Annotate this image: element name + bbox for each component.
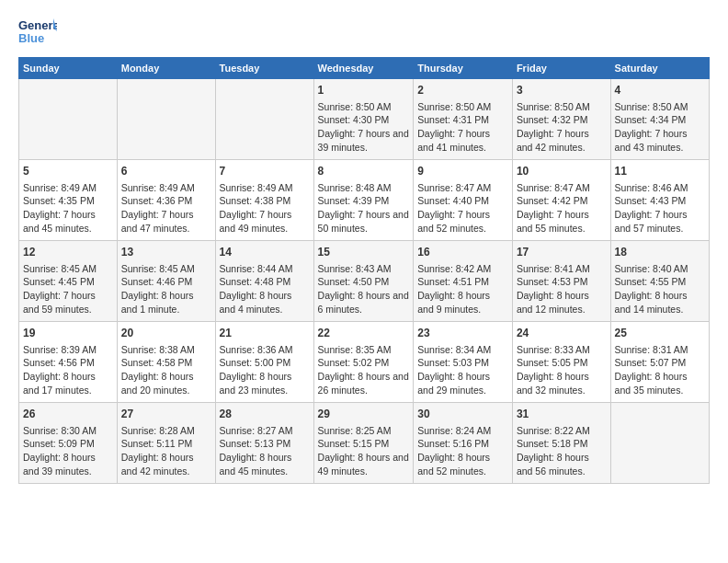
calendar-cell: 10Sunrise: 8:47 AMSunset: 4:42 PMDayligh…	[512, 160, 610, 241]
day-info: Sunset: 4:45 PM	[23, 275, 113, 289]
day-info: Sunrise: 8:49 AM	[121, 181, 211, 195]
day-info: Daylight: 7 hours and 45 minutes.	[23, 208, 113, 235]
calendar-cell: 4Sunrise: 8:50 AMSunset: 4:34 PMDaylight…	[610, 79, 709, 160]
day-info: Sunrise: 8:46 AM	[615, 181, 705, 195]
col-header-wednesday: Wednesday	[313, 58, 414, 79]
day-number: 21	[220, 326, 310, 341]
col-header-tuesday: Tuesday	[215, 58, 313, 79]
calendar-cell: 1Sunrise: 8:50 AMSunset: 4:30 PMDaylight…	[313, 79, 414, 160]
col-header-saturday: Saturday	[610, 58, 709, 79]
day-info: Sunset: 4:42 PM	[517, 194, 607, 208]
day-info: Sunrise: 8:49 AM	[23, 181, 113, 195]
day-info: Daylight: 8 hours and 56 minutes.	[517, 451, 607, 477]
calendar-cell: 23Sunrise: 8:34 AMSunset: 5:03 PMDayligh…	[414, 322, 513, 403]
calendar-cell	[610, 403, 709, 484]
day-info: Daylight: 8 hours and 29 minutes.	[417, 370, 508, 396]
day-info: Daylight: 8 hours and 39 minutes.	[23, 451, 113, 477]
calendar-cell: 28Sunrise: 8:27 AMSunset: 5:13 PMDayligh…	[215, 403, 313, 484]
day-info: Sunrise: 8:41 AM	[517, 262, 607, 276]
day-info: Sunset: 5:02 PM	[318, 356, 410, 370]
day-info: Daylight: 7 hours and 39 minutes.	[318, 127, 410, 154]
day-number: 8	[318, 164, 410, 179]
day-info: Sunrise: 8:31 AM	[615, 343, 705, 357]
day-number: 5	[23, 164, 113, 179]
day-info: Daylight: 8 hours and 4 minutes.	[220, 289, 310, 316]
day-info: Daylight: 8 hours and 32 minutes.	[517, 370, 607, 396]
calendar-cell: 31Sunrise: 8:22 AMSunset: 5:18 PMDayligh…	[512, 403, 610, 484]
day-info: Sunrise: 8:50 AM	[318, 100, 410, 114]
day-number: 14	[220, 245, 310, 260]
day-info: Sunset: 5:03 PM	[417, 356, 508, 370]
calendar-cell: 18Sunrise: 8:40 AMSunset: 4:55 PMDayligh…	[610, 241, 709, 322]
day-info: Sunrise: 8:47 AM	[517, 181, 607, 195]
day-info: Sunset: 4:48 PM	[220, 275, 310, 289]
calendar-cell: 9Sunrise: 8:47 AMSunset: 4:40 PMDaylight…	[414, 160, 513, 241]
day-info: Sunset: 4:46 PM	[121, 275, 211, 289]
day-info: Sunrise: 8:49 AM	[220, 181, 310, 195]
day-info: Sunset: 4:58 PM	[121, 356, 211, 370]
day-info: Sunset: 4:56 PM	[23, 356, 113, 370]
day-info: Sunrise: 8:45 AM	[121, 262, 211, 276]
day-info: Sunset: 4:30 PM	[318, 113, 410, 127]
day-info: Daylight: 8 hours and 52 minutes.	[417, 451, 508, 477]
day-number: 29	[318, 407, 410, 422]
day-info: Daylight: 8 hours and 9 minutes.	[417, 289, 508, 316]
day-info: Daylight: 7 hours and 47 minutes.	[121, 208, 211, 235]
day-info: Daylight: 8 hours and 20 minutes.	[121, 370, 211, 396]
day-number: 13	[121, 245, 211, 260]
day-info: Sunset: 4:36 PM	[121, 194, 211, 208]
day-number: 20	[121, 326, 211, 341]
day-info: Sunset: 4:34 PM	[615, 113, 705, 127]
col-header-monday: Monday	[117, 58, 215, 79]
day-info: Sunrise: 8:28 AM	[121, 424, 211, 438]
day-number: 16	[417, 245, 508, 260]
col-header-thursday: Thursday	[414, 58, 513, 79]
day-number: 27	[121, 407, 211, 422]
calendar-cell: 14Sunrise: 8:44 AMSunset: 4:48 PMDayligh…	[215, 241, 313, 322]
day-info: Sunset: 4:38 PM	[220, 194, 310, 208]
day-info: Daylight: 7 hours and 43 minutes.	[615, 127, 705, 154]
day-number: 15	[318, 245, 410, 260]
day-info: Sunset: 5:13 PM	[220, 437, 310, 451]
svg-text:General: General	[18, 18, 57, 32]
day-number: 10	[517, 164, 607, 179]
day-info: Daylight: 7 hours and 49 minutes.	[220, 208, 310, 235]
day-number: 23	[417, 326, 508, 341]
day-number: 18	[615, 245, 705, 260]
day-info: Daylight: 7 hours and 57 minutes.	[615, 208, 705, 235]
calendar-cell: 24Sunrise: 8:33 AMSunset: 5:05 PMDayligh…	[512, 322, 610, 403]
day-info: Sunrise: 8:25 AM	[318, 424, 410, 438]
day-info: Sunset: 4:32 PM	[517, 113, 607, 127]
day-number: 2	[417, 83, 508, 98]
day-info: Sunset: 5:00 PM	[220, 356, 310, 370]
day-info: Daylight: 8 hours and 45 minutes.	[220, 451, 310, 477]
day-number: 11	[615, 164, 705, 179]
day-info: Daylight: 7 hours and 42 minutes.	[517, 127, 607, 154]
col-header-friday: Friday	[512, 58, 610, 79]
calendar-cell: 8Sunrise: 8:48 AMSunset: 4:39 PMDaylight…	[313, 160, 414, 241]
day-info: Sunset: 5:05 PM	[517, 356, 607, 370]
day-info: Sunset: 4:51 PM	[417, 275, 508, 289]
calendar-cell: 26Sunrise: 8:30 AMSunset: 5:09 PMDayligh…	[19, 403, 118, 484]
day-number: 1	[318, 83, 410, 98]
day-number: 7	[220, 164, 310, 179]
day-number: 17	[517, 245, 607, 260]
day-info: Sunset: 4:50 PM	[318, 275, 410, 289]
day-info: Sunset: 4:35 PM	[23, 194, 113, 208]
calendar-cell: 20Sunrise: 8:38 AMSunset: 4:58 PMDayligh…	[117, 322, 215, 403]
day-info: Daylight: 8 hours and 23 minutes.	[220, 370, 310, 396]
day-info: Sunset: 4:39 PM	[318, 194, 410, 208]
day-info: Sunset: 4:31 PM	[417, 113, 508, 127]
day-info: Daylight: 8 hours and 49 minutes.	[318, 451, 410, 477]
day-info: Sunrise: 8:48 AM	[318, 181, 410, 195]
calendar-cell: 12Sunrise: 8:45 AMSunset: 4:45 PMDayligh…	[19, 241, 118, 322]
day-number: 31	[517, 407, 607, 422]
day-info: Daylight: 7 hours and 50 minutes.	[318, 208, 410, 235]
calendar-cell	[117, 79, 215, 160]
calendar-cell: 15Sunrise: 8:43 AMSunset: 4:50 PMDayligh…	[313, 241, 414, 322]
day-number: 4	[615, 83, 705, 98]
day-info: Sunrise: 8:42 AM	[417, 262, 508, 276]
day-info: Daylight: 7 hours and 52 minutes.	[417, 208, 508, 235]
day-info: Daylight: 8 hours and 14 minutes.	[615, 289, 705, 316]
day-info: Sunset: 5:16 PM	[417, 437, 508, 451]
